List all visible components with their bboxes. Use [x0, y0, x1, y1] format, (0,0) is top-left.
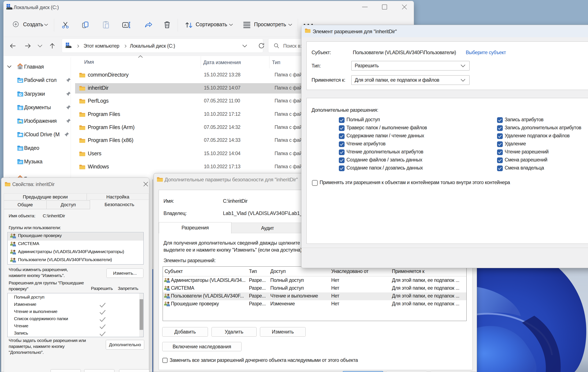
svg-text:A: A	[124, 23, 126, 27]
